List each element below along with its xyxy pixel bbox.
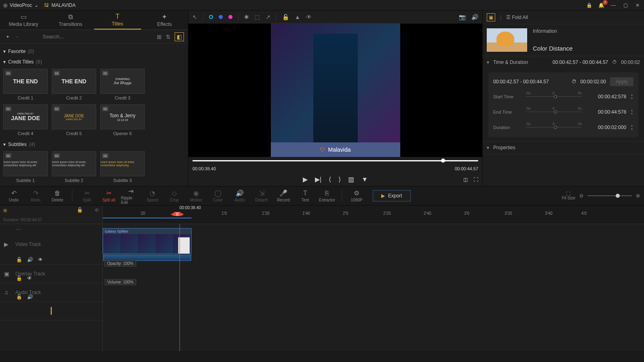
duration-val[interactable]: 00:00:02:000 [586, 125, 626, 130]
detach-button[interactable]: ⇲Detach [252, 188, 271, 204]
zoom-out-button[interactable]: ⊖ [579, 193, 583, 199]
tile-credit-5[interactable]: ccJANE DOEDIRECTED BYCredit 5 [52, 104, 96, 136]
info-toggle-icon[interactable]: ▣ [487, 13, 495, 21]
panel-toggle-icon[interactable]: ◧ [175, 32, 184, 41]
overlay-track-header[interactable]: ▣ Overlay Track 🔓 👁 Opacity: 100% [0, 265, 102, 283]
ripple-edit-button[interactable]: ⇥Ripple Edit [121, 188, 140, 204]
next-frame-button[interactable]: ⟩ [338, 176, 341, 183]
timeline-ruler[interactable]: 00:00:38.40 ◀|||▶ 20 1'0 1'20 1'40 2'0 2… [103, 205, 644, 224]
eye-icon[interactable]: 👁 [306, 14, 312, 20]
start-stepper[interactable]: ▲▼ [630, 93, 633, 100]
compare-icon[interactable]: ◫ [463, 177, 468, 182]
select-icon[interactable]: ⬚ [255, 14, 260, 20]
track-settings-icon[interactable]: ≡ [3, 207, 7, 214]
add-track-icon[interactable]: ┃ [49, 307, 53, 315]
start-time-slider[interactable]: -5s05s [526, 92, 582, 102]
playhead[interactable] [179, 224, 180, 351]
subtitles-header[interactable]: ▾ Subtitles (4) [3, 139, 185, 150]
redo-button[interactable]: ↷Redo [26, 188, 45, 204]
speed-button[interactable]: ◔Speed [143, 188, 162, 204]
sound-icon[interactable]: 🔊 [471, 14, 478, 20]
tile-subtitle-3[interactable]: cclorem ipsum dolor sit amet, consectetu… [100, 151, 145, 183]
minimize-button[interactable]: — [610, 2, 617, 8]
volume-tag[interactable]: Volume: 100% [105, 279, 137, 285]
delete-button[interactable]: 🗑Delete [48, 188, 67, 204]
marker-button[interactable]: ▼ [361, 176, 368, 183]
tile-credit-1[interactable]: ccTHE ENDCredit 1 [3, 69, 48, 100]
audio-track-header[interactable]: ♫ Audio Track 🔓 🔊 Volume: 100% [0, 283, 102, 302]
duration-slider[interactable]: -5s05s [526, 123, 582, 132]
close-button[interactable]: ✕ [634, 2, 641, 8]
extractor-button[interactable]: ⎘Extractor [317, 188, 337, 204]
tile-subtitle-1[interactable]: cclorem ipsum dolor sit amet, consectetu… [3, 151, 48, 183]
zoom-slider[interactable] [587, 195, 632, 196]
crop-button[interactable]: ◇Crop [165, 188, 184, 204]
record-button[interactable]: 🎤Record [274, 188, 293, 204]
text-button[interactable]: TText [296, 188, 315, 204]
snap-icon[interactable]: ✱ [244, 14, 249, 20]
fullscreen-icon[interactable]: ⛶ [473, 177, 478, 182]
app-menu[interactable]: ◎ VideoProc [3, 2, 38, 8]
quality-button[interactable]: ⚙1080P [347, 188, 366, 204]
range-button[interactable]: ▥ [348, 176, 354, 183]
dot-blue[interactable] [219, 15, 223, 19]
remove-button[interactable]: − [15, 34, 18, 40]
tab-titles[interactable]: TTitles [94, 11, 141, 30]
add-track-row[interactable]: ┃ [0, 302, 102, 320]
play-button[interactable]: ▶ [303, 176, 308, 183]
properties-header[interactable]: ▾Properties [483, 142, 644, 154]
unlock-icon[interactable]: 🔓 [282, 14, 289, 20]
fold-all-button[interactable]: ☰ Fold All [506, 15, 528, 20]
prev-frame-button[interactable]: ⟨ [329, 176, 331, 183]
motion-button[interactable]: ◉Motion [186, 188, 206, 204]
align-icon[interactable]: ▲ [295, 14, 300, 20]
tile-subtitle-2[interactable]: cclorem ipsum dolor sit amet, consectetu… [52, 151, 96, 183]
dot-cyan[interactable] [209, 15, 213, 19]
tab-effects[interactable]: ✦Effects [141, 11, 188, 30]
lock-icon[interactable]: 🔒 [586, 2, 592, 8]
undo-button[interactable]: ↶Undo [4, 188, 23, 204]
audio-button[interactable]: 🔊Audio [230, 188, 249, 204]
global-lock-icon[interactable]: 🔓 [77, 207, 83, 213]
track-lock-icon[interactable]: 🔓 [16, 294, 22, 300]
camera-icon[interactable]: 📷 [459, 14, 466, 20]
tile-credit-2[interactable]: ccTHE ENDCredit 2 [52, 69, 96, 100]
tile-credit-3[interactable]: ccSTARRINGJoe BloggsCredit 3 [100, 69, 145, 100]
tile-opener-6[interactable]: ccTom & Jerry12.12.19Opener 6 [100, 104, 145, 136]
video-preview[interactable]: 🛡Malavida [188, 23, 482, 157]
end-stepper[interactable]: ▲▼ [630, 108, 633, 116]
notification-icon[interactable]: 🔔7 [598, 2, 604, 8]
grid-view-icon[interactable]: ⊞ [157, 34, 162, 40]
track-eye-icon[interactable]: 👁 [38, 257, 43, 263]
search-input[interactable] [42, 34, 153, 40]
magnet-icon[interactable]: ⊂ [95, 207, 99, 213]
video-track-header[interactable]: ⋯ ▶ Video Track 🔓 🔊 👁 [0, 224, 102, 265]
zoom-in-button[interactable]: ⊕ [636, 193, 640, 199]
maximize-button[interactable]: ▢ [622, 2, 629, 8]
track-mute-icon[interactable]: 🔊 [27, 257, 33, 263]
play-in-button[interactable]: ▶| [315, 176, 321, 183]
fit-size-button[interactable]: ⛶Fit Size [562, 191, 575, 200]
time-duration-header[interactable]: ▾ Time & Duration 00:00:42.57 - 00:00:44… [483, 56, 644, 68]
duration-stepper[interactable]: ▲▼ [630, 124, 633, 131]
split-button[interactable]: ✂Split [77, 188, 97, 204]
dot-pink[interactable] [228, 15, 232, 19]
export-button[interactable]: ▶Export [373, 190, 411, 201]
add-button[interactable]: + [4, 33, 11, 40]
opacity-tag[interactable]: Opacity: 100% [104, 260, 136, 267]
sort-icon[interactable]: ⇅ [166, 34, 171, 40]
track-eye-icon[interactable]: 👁 [27, 275, 32, 281]
end-time-value[interactable]: 00:00:44:578 [586, 109, 626, 115]
favorite-header[interactable]: ▾ Favorite (0) [3, 46, 185, 57]
preview-scrubber[interactable] [188, 157, 482, 165]
save-icon[interactable]: 🖫 [44, 2, 49, 8]
start-time-value[interactable]: 00:00:42:578 [586, 94, 626, 99]
credit-titles-header[interactable]: ▾ Credit Titles (6) [3, 57, 185, 67]
cursor-icon[interactable]: ↖ [192, 14, 197, 20]
color-button[interactable]: ◯Color [208, 188, 228, 204]
timeline-tracks-area[interactable]: Galaxy Splitter [103, 224, 644, 351]
track-mute-icon[interactable]: 🔊 [27, 294, 33, 300]
tile-credit-4[interactable]: ccDIRECTED BYJANE DOECredit 4 [3, 104, 48, 136]
tab-media-library[interactable]: ▭Media Library [0, 11, 47, 30]
pointer-icon[interactable]: ↗ [266, 14, 270, 20]
